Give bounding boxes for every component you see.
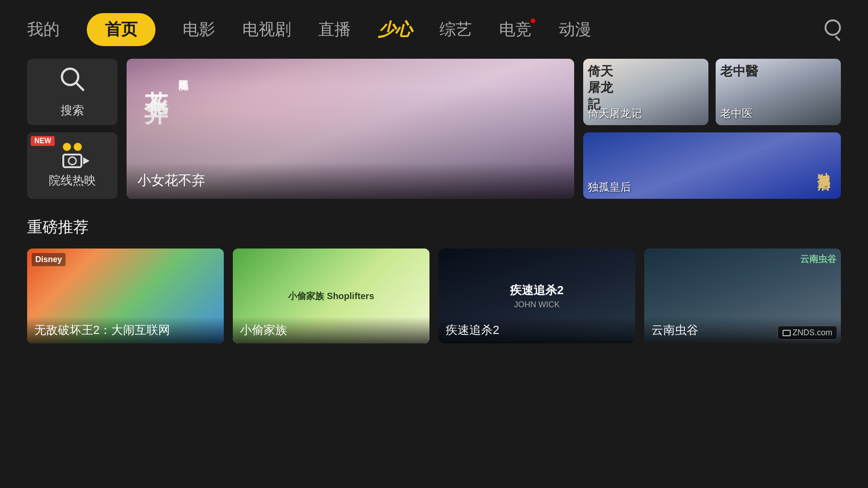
camera-body [62, 154, 82, 168]
svg-line-1 [76, 83, 83, 90]
nav-item-my[interactable]: 我的 [27, 19, 60, 41]
notification-dot [531, 19, 535, 23]
card-jszs[interactable]: 疾速追杀2 JOHN WICK 疾速追杀2 [439, 249, 635, 343]
camera-arrow [83, 157, 90, 164]
navigation: 我的 首页 电影 电视剧 直播 少心 综艺 电竞 动漫 [0, 0, 868, 59]
card-yncd[interactable]: 云南虫谷 云南虫谷 ZNDS.com [644, 249, 841, 343]
xqjz-poster-text: 小偷家族 Shoplifters [288, 290, 374, 302]
new-badge: NEW [31, 136, 55, 146]
card-dghy[interactable]: 独孤皇后 独孤皇后 [583, 132, 841, 199]
nav-item-anime[interactable]: 动漫 [559, 19, 591, 41]
card-tdlj[interactable]: 倚天屠龙記 倚天屠龙记 [583, 59, 708, 125]
small-cards-section: 倚天屠龙記 倚天屠龙记 老中醫 老中医 独孤皇后 独孤皇后 [583, 59, 841, 199]
card-lzy[interactable]: 老中醫 老中医 [716, 59, 841, 125]
search-large-icon [59, 66, 86, 98]
section-title-recommend: 重磅推荐 [27, 217, 841, 238]
cinema-button[interactable]: NEW 院线热映 [27, 132, 118, 199]
card-wdpww[interactable]: Disney 无敌破坏王2：大闹互联网 [27, 249, 224, 343]
eye-left [63, 143, 71, 151]
search-button-large[interactable]: 搜索 [27, 59, 118, 125]
camera-lens [68, 156, 77, 165]
eye-right [74, 143, 82, 151]
nav-item-tv[interactable]: 电视剧 [242, 19, 291, 41]
nav-item-movie[interactable]: 电影 [183, 19, 215, 41]
nav-item-variety[interactable]: 综艺 [439, 19, 472, 41]
jszs-english: JOHN WICK [510, 300, 563, 310]
small-cards-row-2: 独孤皇后 独孤皇后 [583, 132, 841, 199]
jszs-chinese: 疾速追杀2 [510, 282, 563, 298]
nav-esports-label: 电竞 [499, 20, 532, 38]
banner-poster-title: 花不弃 [140, 72, 172, 83]
lzy-poster-text: 老中醫 [720, 63, 758, 80]
search-button[interactable] [825, 19, 841, 40]
search-label: 搜索 [61, 103, 84, 118]
top-section: 搜索 NEW 院线热映 [27, 59, 841, 199]
card-lzy-title: 老中医 [720, 106, 753, 121]
cinema-icon [62, 143, 82, 168]
nav-item-live[interactable]: 直播 [318, 19, 351, 41]
tdlj-poster-text: 倚天屠龙記 [588, 63, 613, 113]
cinema-label: 院线热映 [49, 173, 96, 188]
main-banner[interactable]: 花不弃 花不弃陈炀陷困境 小女花不弃 [127, 59, 574, 199]
search-icon [825, 19, 841, 36]
card-wdpww-title: 无敌破坏王2：大闹互联网 [27, 317, 224, 343]
card-tdlj-title: 倚天屠龙记 [588, 106, 642, 121]
jszs-poster-content: 疾速追杀2 JOHN WICK [510, 282, 563, 310]
small-cards-row-1: 倚天屠龙記 倚天屠龙记 老中醫 老中医 [583, 59, 841, 125]
znds-watermark: ZNDS.com [778, 326, 837, 340]
card-xqjz-title: 小偷家族 [233, 317, 429, 343]
nav-item-esports[interactable]: 电竞 [499, 19, 532, 41]
banner-title: 小女花不弃 [137, 171, 563, 190]
znds-tv-icon [783, 330, 791, 336]
nav-item-shaoxin[interactable]: 少心 [378, 18, 412, 41]
dghy-poster-text: 独孤皇后 [815, 162, 832, 169]
main-content: 搜索 NEW 院线热映 [0, 59, 868, 343]
left-buttons: 搜索 NEW 院线热映 [27, 59, 118, 199]
nav-item-home[interactable]: 首页 [87, 13, 156, 46]
bottom-cards-section: Disney 无敌破坏王2：大闹互联网 小偷家族 Shoplifters 小偷家… [27, 249, 841, 343]
card-jszs-title: 疾速追杀2 [439, 317, 635, 343]
card-dghy-title: 独孤皇后 [588, 180, 631, 194]
znds-label: ZNDS.com [793, 328, 832, 338]
wdpww-badge: Disney [32, 253, 66, 266]
card-xqjz[interactable]: 小偷家族 Shoplifters 小偷家族 [233, 249, 429, 343]
yncd-poster-text: 云南虫谷 [800, 253, 836, 265]
banner-title-bar: 小女花不弃 [127, 162, 574, 199]
